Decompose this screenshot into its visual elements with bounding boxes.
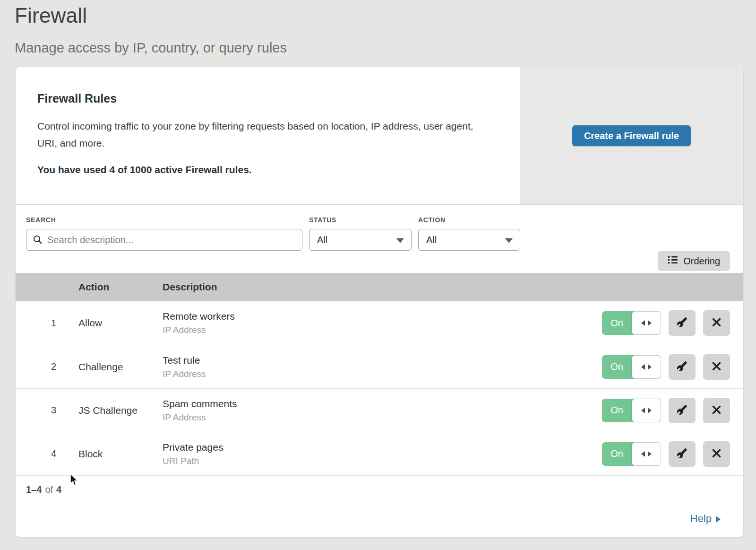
rule-enabled-toggle[interactable]: On — [602, 442, 661, 466]
edit-wrench-icon — [677, 448, 687, 460]
toggle-drag-arrows-icon — [648, 364, 652, 370]
status-select[interactable]: All — [309, 229, 412, 251]
toggle-drag-arrows-icon — [641, 408, 645, 413]
cta-panel: Create a Firewall rule — [520, 67, 743, 204]
help-link[interactable]: Help — [690, 513, 721, 525]
delete-rule-button[interactable] — [703, 398, 730, 423]
rule-action: Block — [78, 448, 163, 460]
edit-wrench-icon — [677, 317, 687, 329]
edit-rule-button[interactable] — [669, 310, 696, 336]
search-label: SEARCH — [26, 216, 302, 224]
help-arrow-icon — [716, 516, 721, 523]
delete-rule-button[interactable] — [703, 310, 730, 336]
table-header: Action Description — [16, 273, 743, 301]
action-select[interactable]: All — [418, 229, 520, 251]
rule-match-type: URI Path — [163, 456, 602, 466]
rule-controls: On — [602, 398, 730, 423]
delete-x-icon — [712, 448, 722, 460]
page-header: Firewall Manage access by IP, country, o… — [0, 0, 756, 56]
rule-action: JS Challenge — [78, 405, 163, 416]
toggle-drag-arrows-icon — [648, 451, 652, 457]
rule-description-cell: Remote workers IP Address — [163, 311, 602, 335]
delete-x-icon — [712, 317, 722, 329]
mouse-cursor — [68, 473, 80, 489]
toggle-state-label: On — [602, 448, 632, 459]
ordering-button-label: Ordering — [683, 256, 720, 267]
firewall-rules-card: Firewall Rules Control incoming traffic … — [16, 67, 743, 537]
intro-description: Control incoming traffic to your zone by… — [37, 118, 486, 152]
pagination-of: of — [45, 484, 53, 495]
edit-rule-button[interactable] — [669, 354, 696, 380]
rule-description: Remote workers — [163, 311, 602, 322]
toggle-drag-arrows-icon — [648, 408, 652, 413]
rule-description: Test rule — [163, 355, 602, 366]
toggle-drag-arrows-icon — [641, 451, 645, 457]
intro-text-block: Firewall Rules Control incoming traffic … — [16, 67, 520, 204]
toggle-handle[interactable] — [632, 311, 661, 335]
intro-heading: Firewall Rules — [37, 92, 501, 105]
chevron-down-icon — [396, 238, 404, 243]
create-firewall-rule-button[interactable]: Create a Firewall rule — [572, 125, 691, 146]
rule-action: Challenge — [78, 361, 163, 373]
edit-wrench-icon — [677, 361, 687, 373]
usage-note: You have used 4 of 1000 active Firewall … — [37, 164, 501, 175]
card-footer: Help — [16, 504, 743, 533]
rule-controls: On — [602, 441, 730, 467]
toggle-state-label: On — [602, 405, 632, 416]
rules-table-body: 1 Allow Remote workers IP Address On — [16, 301, 743, 475]
search-icon — [33, 235, 43, 246]
toggle-handle[interactable] — [632, 399, 661, 422]
pagination-row: 1–4 of 4 — [16, 475, 743, 504]
rule-controls: On — [602, 310, 730, 336]
rule-description: Spam comments — [163, 398, 602, 410]
status-select-value: All — [317, 235, 327, 245]
rule-controls: On — [602, 354, 730, 380]
ordering-list-icon — [668, 255, 678, 267]
rule-priority: 4 — [51, 448, 78, 459]
status-filter-group: STATUS All — [309, 216, 412, 273]
toggle-drag-arrows-icon — [648, 320, 652, 326]
edit-rule-button[interactable] — [669, 441, 696, 467]
toggle-handle[interactable] — [632, 355, 661, 379]
toggle-drag-arrows-icon — [641, 320, 645, 326]
chevron-down-icon — [505, 238, 513, 243]
description-column-header: Description — [163, 281, 730, 293]
table-row: 4 Block Private pages URI Path On — [16, 432, 743, 475]
rule-enabled-toggle[interactable]: On — [602, 311, 661, 335]
rule-action: Allow — [78, 317, 163, 329]
toggle-state-label: On — [602, 361, 632, 372]
table-row: 2 Challenge Test rule IP Address On — [16, 345, 743, 388]
search-filter-group: SEARCH — [26, 216, 302, 273]
action-select-value: All — [426, 235, 437, 245]
edit-rule-button[interactable] — [669, 398, 696, 423]
rule-description: Private pages — [163, 442, 602, 453]
table-row: 3 JS Challenge Spam comments IP Address … — [16, 388, 743, 432]
rule-priority: 1 — [51, 318, 78, 329]
rule-description-cell: Private pages URI Path — [163, 442, 602, 466]
intro-section: Firewall Rules Control incoming traffic … — [16, 67, 743, 205]
help-link-label: Help — [690, 513, 712, 525]
toggle-handle[interactable] — [632, 442, 661, 466]
toggle-drag-arrows-icon — [641, 364, 645, 370]
rule-priority: 3 — [51, 405, 78, 416]
rule-match-type: IP Address — [163, 325, 602, 335]
rule-match-type: IP Address — [163, 412, 602, 423]
rule-description-cell: Spam comments IP Address — [163, 398, 602, 423]
pagination-range: 1–4 — [26, 484, 42, 495]
pagination-total: 4 — [56, 484, 61, 495]
table-row: 1 Allow Remote workers IP Address On — [16, 301, 743, 345]
page-subtitle: Manage access by IP, country, or query r… — [15, 40, 756, 56]
search-input[interactable] — [26, 229, 302, 251]
ordering-button[interactable]: Ordering — [658, 251, 730, 271]
page-title: Firewall — [15, 5, 756, 26]
rule-description-cell: Test rule IP Address — [163, 355, 602, 379]
edit-wrench-icon — [677, 404, 687, 417]
delete-rule-button[interactable] — [703, 441, 730, 467]
filters-bar: SEARCH STATUS All ACTION All — [16, 205, 743, 273]
delete-rule-button[interactable] — [703, 354, 730, 380]
delete-x-icon — [712, 405, 722, 416]
rule-enabled-toggle[interactable]: On — [602, 399, 661, 422]
action-label: ACTION — [418, 216, 520, 224]
rule-priority: 2 — [51, 361, 78, 372]
rule-enabled-toggle[interactable]: On — [602, 355, 661, 379]
